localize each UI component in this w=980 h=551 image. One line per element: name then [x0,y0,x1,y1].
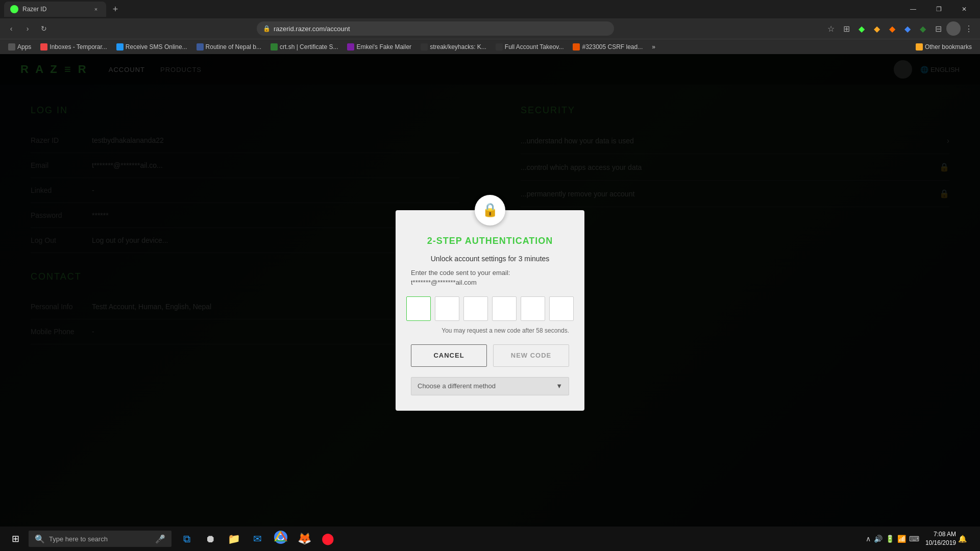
bookmark-apps[interactable]: Apps [4,42,35,52]
fullaccount-favicon [496,43,503,51]
modal-subtitle: Unlock account settings for 3 minutes [411,255,569,263]
color3-icon[interactable]: ◆ [900,21,915,36]
window-controls: — ❐ ✕ [901,0,976,18]
search-icon: 🔍 [35,534,45,544]
battery-icon[interactable]: 🔋 [886,535,894,543]
taskview-button[interactable]: ⧉ [176,528,198,550]
two-step-auth-modal: 2-STEP AUTHENTICATION Unlock account set… [396,210,584,411]
close-button[interactable]: ✕ [952,0,976,18]
other-bookmarks-label: Other bookmarks [925,43,972,51]
start-button[interactable]: ⊞ [4,528,27,550]
network-icon[interactable]: 📶 [897,535,906,543]
bookmark-inboxes-label: Inboxes - Temporar... [50,43,107,51]
chevron-up-icon[interactable]: ∧ [866,535,871,543]
modal-wrapper: 🔒 2-STEP AUTHENTICATION Unlock account s… [396,195,584,411]
tab-favicon [10,5,18,13]
keyboard-icon[interactable]: ⌨ [909,535,919,543]
chrome-button[interactable] [270,528,292,550]
tab-close-button[interactable]: × [92,5,100,13]
taskbar-right: ∧ 🔊 🔋 📶 ⌨ 7:08 AM 10/16/2019 🔔 [862,530,976,547]
color-icon[interactable]: ◆ [870,21,884,36]
color4-icon[interactable]: ◆ [916,21,930,36]
toolbar-icons: ☆ ⊞ ◆ ◆ ◆ ◆ ◆ ⊟ ⋮ [824,21,976,36]
timer-text: You may request a new code after 58 seco… [411,327,569,334]
file-explorer-button[interactable]: 📁 [223,528,245,550]
menu-icon[interactable]: ⋮ [962,21,976,36]
forward-button[interactable]: › [20,21,35,36]
taskbar-search[interactable]: 🔍 Type here to search 🎤 [29,531,172,547]
csrf-favicon [573,43,580,51]
tab-bar: Razer ID × + — ❐ ✕ [0,0,980,18]
url-text: razerid.razer.com/account [274,25,350,33]
bookmark-routine[interactable]: Routine of Nepal b... [192,42,265,52]
modal-email: t*******@*******ail.com [411,279,569,286]
bookmark-more-label: » [652,43,655,51]
firefox-button[interactable]: 🦊 [293,528,315,550]
razer-icon[interactable]: ◆ [854,21,869,36]
code-input-2[interactable] [435,296,459,321]
bookmark-fullaccount[interactable]: Full Account Takeov... [492,42,568,52]
taskbar-clock[interactable]: 7:08 AM 10/16/2019 [925,530,956,547]
lock-icon: 🔒 [482,202,498,218]
new-tab-button[interactable]: + [108,2,122,16]
bookmark-csrf[interactable]: #323005 CSRF lead... [569,42,647,52]
new-code-button[interactable]: NEW CODE [493,344,569,367]
apps-favicon [8,43,15,51]
code-input-3[interactable] [463,296,488,321]
routine-favicon [197,43,204,51]
extensions-icon[interactable]: ⊞ [839,21,853,36]
minimize-button[interactable]: — [901,0,925,18]
taskbar: ⊞ 🔍 Type here to search 🎤 ⧉ ⏺ 📁 ✉ [0,527,980,551]
code-input-5[interactable] [521,296,545,321]
cancel-button[interactable]: CANCEL [411,344,487,367]
page-content: R A Z ≡ R ACCOUNT PRODUCTS 🌐 ENGLISH LOG… [0,54,980,551]
method-dropdown-label: Choose a different method [418,382,496,390]
bookmark-crt[interactable]: crt.sh | Certificate S... [266,42,342,52]
modal-instruction: Enter the code sent to your email: [411,269,569,277]
active-tab[interactable]: Razer ID × [4,2,106,17]
star-icon[interactable]: ☆ [824,21,838,36]
bookmark-fullaccount-label: Full Account Takeov... [505,43,564,51]
bookmark-emkei-label: Emkei's Fake Mailer [356,43,411,51]
refresh-button[interactable]: ↻ [37,21,51,36]
bookmark-apps-label: Apps [17,43,31,51]
bookmark-inboxes[interactable]: Inboxes - Temporar... [36,42,111,52]
sms-favicon [116,43,124,51]
address-bar[interactable]: 🔒 razerid.razer.com/account [257,21,614,36]
opera-button[interactable]: ⬤ [316,528,339,550]
bookmarks-bar: Apps Inboxes - Temporar... Receive SMS O… [0,39,980,54]
bookmark-streak-label: streak/keyhacks: K... [430,43,486,51]
address-bar-row: ‹ › ↻ 🔒 razerid.razer.com/account ☆ ⊞ ◆ … [0,18,980,39]
back-button[interactable]: ‹ [4,21,18,36]
bookmark-sms[interactable]: Receive SMS Online... [112,42,191,52]
modal-buttons: CANCEL NEW CODE [411,344,569,367]
mic-icon[interactable]: 🎤 [155,534,165,544]
bookmark-streak[interactable]: streak/keyhacks: K... [416,42,491,52]
bookmark-emkei[interactable]: Emkei's Fake Mailer [343,42,415,52]
volume-icon[interactable]: 🔊 [874,535,883,543]
modal-title: 2-STEP AUTHENTICATION [411,236,569,246]
notification-icon[interactable]: 🔔 [958,535,967,543]
bookmark-csrf-label: #323005 CSRF lead... [582,43,643,51]
clock-date: 10/16/2019 [925,539,956,547]
code-input-4[interactable] [492,296,517,321]
crt-favicon [271,43,278,51]
code-input-6[interactable] [549,296,574,321]
inboxes-favicon [40,43,47,51]
user-avatar[interactable] [946,21,961,36]
bookmark-crt-label: crt.sh | Certificate S... [280,43,338,51]
streak-favicon [421,43,428,51]
other-bookmarks[interactable]: Other bookmarks [912,42,976,52]
modal-overlay: 🔒 2-STEP AUTHENTICATION Unlock account s… [0,54,980,551]
emkei-favicon [347,43,354,51]
clock-time: 7:08 AM [925,530,956,539]
media-player-button[interactable]: ⏺ [199,528,222,550]
code-input-1[interactable] [406,296,431,321]
color2-icon[interactable]: ◆ [885,21,899,36]
mail-button[interactable]: ✉ [246,528,268,550]
bookmark-manager-icon[interactable]: ⊟ [931,21,945,36]
lock-icon: 🔒 [263,25,271,32]
choose-method-dropdown[interactable]: Choose a different method ▼ [411,377,569,395]
bookmark-more[interactable]: » [648,42,659,52]
maximize-button[interactable]: ❐ [927,0,950,18]
